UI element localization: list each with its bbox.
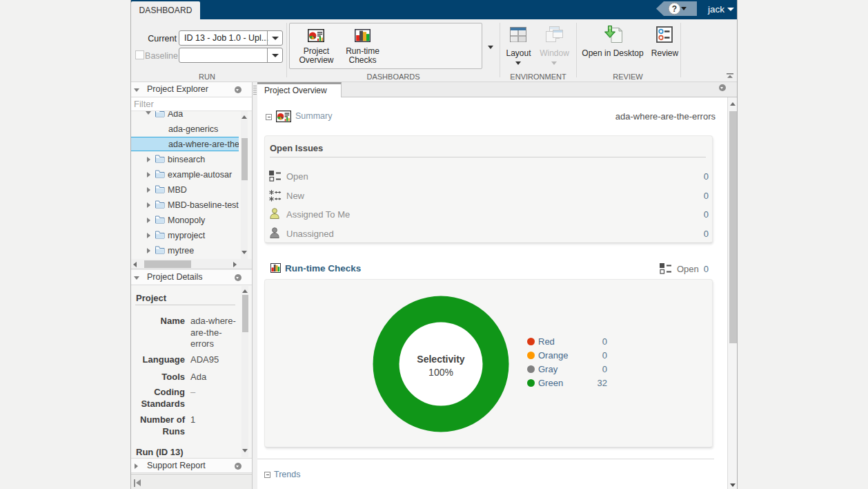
svg-text:?: ?	[672, 4, 677, 14]
